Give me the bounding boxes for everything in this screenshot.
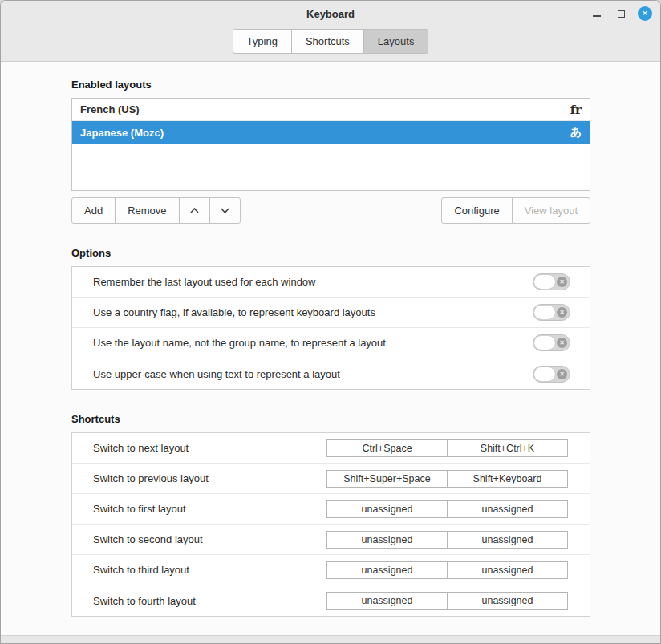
toggle-knob xyxy=(534,275,555,289)
configure-button[interactable]: Configure xyxy=(441,197,512,224)
add-layout-button[interactable]: Add xyxy=(71,197,116,224)
tab-bar: Typing Shortcuts Layouts xyxy=(1,26,660,62)
layout-indicator: fr xyxy=(570,103,582,117)
keybinding-pair: Shift+Super+Space Shift+Keyboard xyxy=(326,470,568,488)
maximize-icon xyxy=(618,10,625,18)
close-icon: ✕ xyxy=(642,10,648,18)
titlebar[interactable]: Keyboard ✕ xyxy=(1,1,660,26)
upper-case-toggle[interactable]: ✕ xyxy=(533,366,570,383)
move-layout-up-button[interactable] xyxy=(179,197,210,224)
layout-action-button-group: Configure View layout xyxy=(441,197,590,224)
keybinding-button[interactable]: unassigned xyxy=(447,592,568,610)
toggle-off-icon: ✕ xyxy=(557,369,567,379)
option-label: Use upper-case when using text to repres… xyxy=(93,368,340,380)
shortcut-row-fourth-layout: Switch to fourth layout unassigned unass… xyxy=(72,585,590,616)
tab-typing[interactable]: Typing xyxy=(233,29,292,54)
shortcut-label: Switch to next layout xyxy=(93,442,189,454)
keybinding-button[interactable]: unassigned xyxy=(447,561,568,579)
close-button[interactable]: ✕ xyxy=(638,6,652,21)
move-layout-down-button[interactable] xyxy=(209,197,241,224)
option-row-country-flag: Use a country flag, if available, to rep… xyxy=(72,298,590,328)
layout-row-french[interactable]: French (US) fr xyxy=(72,99,590,121)
layouts-page: Enabled layouts French (US) fr Japanese … xyxy=(1,62,660,635)
shortcut-row-next-layout: Switch to next layout Ctrl+Space Shift+C… xyxy=(72,433,590,464)
remember-layout-toggle[interactable]: ✕ xyxy=(533,273,570,290)
shortcut-label: Switch to third layout xyxy=(93,564,189,576)
view-layout-button[interactable]: View layout xyxy=(512,197,590,224)
toggle-knob xyxy=(534,306,555,319)
shortcuts-panel: Switch to next layout Ctrl+Space Shift+C… xyxy=(71,432,590,617)
keybinding-button[interactable]: unassigned xyxy=(447,500,568,518)
layout-row-japanese[interactable]: Japanese (Mozc) あ xyxy=(72,121,590,144)
shortcut-row-third-layout: Switch to third layout unassigned unassi… xyxy=(72,555,590,585)
enabled-layouts-list: French (US) fr Japanese (Mozc) あ xyxy=(71,98,590,191)
layout-name: French (US) xyxy=(80,103,140,115)
minimize-button[interactable] xyxy=(590,6,604,21)
shortcut-label: Switch to fourth layout xyxy=(93,595,196,607)
layout-edit-button-group: Add Remove xyxy=(71,197,241,224)
option-row-layout-name: Use the layout name, not the group name,… xyxy=(72,328,590,358)
maximize-button[interactable] xyxy=(614,6,628,21)
option-row-remember-layout: Remember the last layout used for each w… xyxy=(72,267,590,298)
window-bottom-edge xyxy=(1,635,660,643)
window-title: Keyboard xyxy=(306,8,355,20)
keybinding-pair: unassigned unassigned xyxy=(326,592,568,610)
keybinding-button[interactable]: unassigned xyxy=(326,561,448,579)
shortcut-label: Switch to first layout xyxy=(93,503,186,515)
keybinding-pair: unassigned unassigned xyxy=(326,500,568,518)
keybinding-button[interactable]: unassigned xyxy=(326,500,448,518)
chevron-down-icon xyxy=(220,207,230,214)
option-label: Use the layout name, not the group name,… xyxy=(93,337,386,349)
shortcut-row-second-layout: Switch to second layout unassigned unass… xyxy=(72,525,590,555)
shortcut-row-first-layout: Switch to first layout unassigned unassi… xyxy=(72,494,590,525)
window-controls: ✕ xyxy=(590,1,652,26)
layout-name-toggle[interactable]: ✕ xyxy=(533,334,570,351)
options-panel: Remember the last layout used for each w… xyxy=(71,266,590,390)
keybinding-button[interactable]: unassigned xyxy=(447,531,568,549)
minimize-icon xyxy=(593,15,601,17)
layout-name: Japanese (Mozc) xyxy=(80,127,164,139)
toggle-off-icon: ✕ xyxy=(557,307,567,318)
enabled-layouts-heading: Enabled layouts xyxy=(71,79,590,91)
toggle-off-icon: ✕ xyxy=(557,338,567,348)
option-label: Use a country flag, if available, to rep… xyxy=(93,306,375,318)
option-row-upper-case: Use upper-case when using text to repres… xyxy=(72,358,590,389)
layout-list-toolbar: Add Remove Configure View layout xyxy=(71,197,590,224)
chevron-up-icon xyxy=(189,207,200,214)
keybinding-button[interactable]: Shift+Super+Space xyxy=(326,470,448,488)
keybinding-button[interactable]: Ctrl+Space xyxy=(326,439,448,457)
toggle-off-icon: ✕ xyxy=(557,277,567,287)
keybinding-button[interactable]: Shift+Keyboard xyxy=(447,470,568,488)
keybinding-button[interactable]: Shift+Ctrl+K xyxy=(447,439,568,457)
keybinding-button[interactable]: unassigned xyxy=(326,531,448,549)
options-heading: Options xyxy=(71,247,590,259)
shortcut-row-previous-layout: Switch to previous layout Shift+Super+Sp… xyxy=(72,464,590,494)
shortcut-label: Switch to previous layout xyxy=(93,472,209,484)
keybinding-pair: unassigned unassigned xyxy=(326,561,568,579)
layout-indicator: あ xyxy=(570,125,582,140)
toggle-knob xyxy=(534,336,555,350)
toggle-knob xyxy=(534,367,555,381)
option-label: Remember the last layout used for each w… xyxy=(93,276,315,288)
remove-layout-button[interactable]: Remove xyxy=(115,197,179,224)
keybinding-pair: unassigned unassigned xyxy=(326,531,568,549)
keybinding-pair: Ctrl+Space Shift+Ctrl+K xyxy=(326,439,568,457)
shortcuts-heading: Shortcuts xyxy=(71,413,590,425)
keybinding-button[interactable]: unassigned xyxy=(326,592,448,610)
tab-shortcuts[interactable]: Shortcuts xyxy=(291,29,364,54)
keyboard-settings-window: Keyboard ✕ Typing Shortcuts Layouts Enab… xyxy=(0,0,661,644)
country-flag-toggle[interactable]: ✕ xyxy=(533,304,570,321)
shortcut-label: Switch to second layout xyxy=(93,533,203,545)
tab-layouts[interactable]: Layouts xyxy=(363,29,429,54)
